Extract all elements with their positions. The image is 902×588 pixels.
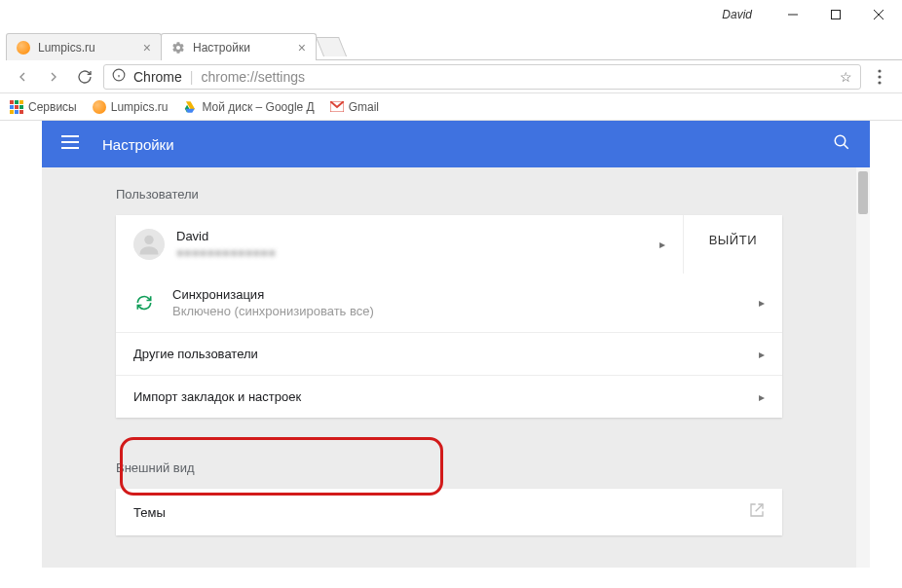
sync-row[interactable]: Синхронизация Включено (синхронизировать…: [116, 274, 782, 332]
address-bar: Chrome | chrome://settings ☆: [0, 60, 902, 93]
window-titlebar: David: [0, 0, 902, 29]
svg-point-8: [878, 75, 881, 78]
row-title: Темы: [133, 505, 749, 520]
tab-strip: Lumpics.ru × Настройки ×: [0, 29, 902, 60]
tab-title: Настройки: [193, 41, 290, 55]
reload-button[interactable]: [72, 64, 97, 90]
svg-point-25: [144, 236, 153, 244]
svg-rect-17: [15, 110, 19, 114]
orange-icon: [93, 100, 106, 114]
account-name: David: [176, 229, 648, 243]
scrollbar-track[interactable]: [856, 167, 870, 568]
import-bookmarks-row[interactable]: Импорт закладок и настроек ▸: [116, 375, 782, 418]
section-title-users: Пользователи: [42, 167, 856, 215]
svg-line-24: [844, 144, 848, 149]
external-link-icon: [749, 502, 765, 522]
svg-rect-11: [15, 100, 19, 104]
info-icon[interactable]: [112, 68, 126, 85]
bookmark-lumpics[interactable]: Lumpics.ru: [93, 100, 169, 114]
omnibox-origin: Chrome: [133, 69, 182, 85]
chrome-menu-button[interactable]: [867, 64, 892, 90]
window-username: David: [722, 8, 752, 21]
sync-icon: [133, 292, 155, 313]
avatar-icon: [133, 229, 165, 260]
bookmark-label: Сервисы: [28, 100, 77, 114]
svg-rect-14: [15, 105, 19, 109]
search-icon[interactable]: [833, 133, 850, 155]
account-email: ■■■■■■■■■■■■■: [176, 245, 648, 260]
row-title: Другие пользователи: [133, 347, 747, 361]
svg-point-7: [878, 69, 881, 72]
orange-icon: [17, 41, 30, 55]
svg-point-9: [878, 81, 881, 84]
sync-title: Синхронизация: [172, 287, 747, 302]
window-maximize-button[interactable]: [814, 1, 857, 28]
svg-rect-12: [19, 100, 23, 104]
drive-icon: [183, 100, 197, 114]
settings-page: Настройки Пользователи David ■■■■■■■■■■■…: [42, 121, 870, 568]
settings-header: Настройки: [42, 121, 870, 167]
section-title-appearance: Внешний вид: [42, 441, 856, 489]
row-title: Импорт закладок и настроек: [133, 389, 747, 404]
bookmark-star-icon[interactable]: ☆: [840, 69, 852, 85]
bookmark-label: Lumpics.ru: [111, 100, 169, 114]
gear-icon: [171, 41, 185, 55]
svg-rect-18: [19, 110, 23, 114]
back-button[interactable]: [10, 64, 35, 90]
apps-icon: [10, 100, 23, 114]
window-minimize-button[interactable]: [771, 1, 814, 28]
close-icon[interactable]: ×: [143, 41, 151, 55]
page-title: Настройки: [102, 136, 833, 153]
account-row-container: David ■■■■■■■■■■■■■ ▸ ВЫЙТИ: [116, 215, 782, 274]
sync-subtitle: Включено (синхронизировать все): [172, 304, 747, 318]
chevron-right-icon: ▸: [659, 238, 665, 251]
tab-title: Lumpics.ru: [38, 41, 135, 55]
scrollbar-thumb[interactable]: [858, 171, 868, 214]
bookmark-label: Мой диск – Google Д: [202, 100, 314, 114]
close-icon[interactable]: ×: [298, 41, 306, 55]
bookmark-gmail[interactable]: Gmail: [330, 100, 379, 114]
appearance-card: Темы: [116, 489, 782, 535]
bookmarks-bar: Сервисы Lumpics.ru Мой диск – Google Д G…: [0, 93, 902, 121]
svg-rect-1: [832, 11, 841, 19]
svg-rect-10: [10, 100, 14, 104]
chevron-right-icon: ▸: [759, 296, 765, 310]
account-row[interactable]: David ■■■■■■■■■■■■■ ▸: [116, 215, 683, 274]
chevron-right-icon: ▸: [759, 390, 765, 404]
svg-rect-15: [19, 105, 23, 109]
users-card: David ■■■■■■■■■■■■■ ▸ ВЫЙТИ Синхронизаци…: [116, 215, 782, 418]
new-tab-button[interactable]: [316, 37, 347, 56]
apps-shortcut[interactable]: Сервисы: [10, 100, 77, 114]
bookmark-drive[interactable]: Мой диск – Google Д: [183, 100, 314, 114]
svg-rect-16: [10, 110, 14, 114]
menu-icon[interactable]: [61, 135, 81, 153]
chevron-right-icon: ▸: [759, 348, 765, 361]
themes-row[interactable]: Темы: [116, 489, 782, 535]
forward-button[interactable]: [41, 64, 66, 90]
signout-button[interactable]: ВЫЙТИ: [683, 215, 782, 274]
svg-point-23: [835, 135, 846, 146]
window-close-button[interactable]: [857, 1, 900, 28]
other-users-row[interactable]: Другие пользователи ▸: [116, 332, 782, 375]
settings-body: Пользователи David ■■■■■■■■■■■■■ ▸ ВЫЙТИ: [42, 167, 856, 568]
tabstrip-empty: [316, 33, 902, 60]
bookmark-label: Gmail: [349, 100, 379, 114]
tab-settings[interactable]: Настройки ×: [161, 33, 317, 60]
svg-rect-13: [10, 105, 14, 109]
omnibox-url: chrome://settings: [201, 69, 832, 85]
gmail-icon: [330, 100, 344, 114]
omnibox[interactable]: Chrome | chrome://settings ☆: [103, 64, 861, 90]
tab-lumpics[interactable]: Lumpics.ru ×: [6, 33, 162, 60]
